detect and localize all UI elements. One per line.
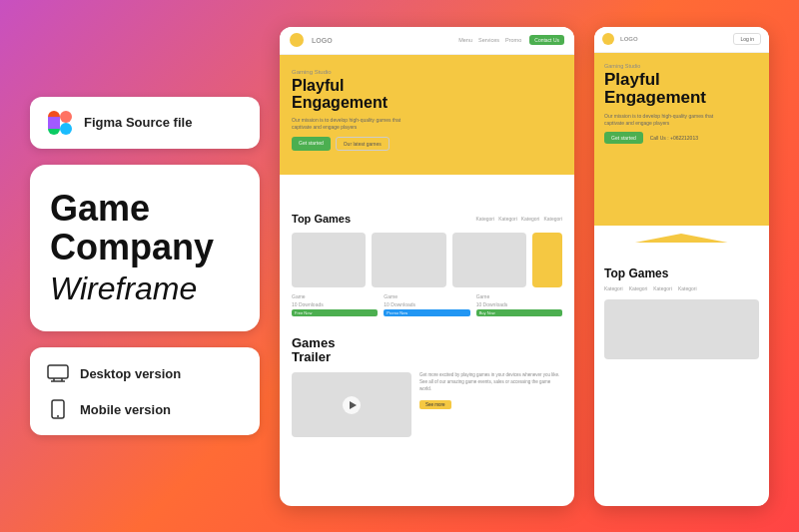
mobile-games-section: Top Games Kategori Kategori Kategori Kat… (594, 243, 769, 367)
title-line3: Wireframe (50, 269, 240, 307)
mobile-kategori-row: Kategori Kategori Kategori Kategori (604, 285, 759, 291)
mobile-primary-btn[interactable]: Get started (604, 132, 643, 144)
nav-logo-text: LOGO (312, 37, 333, 44)
trailer-see-more-btn[interactable]: See more (419, 400, 451, 409)
desktop-nav: LOGO Menu Services Promo Contact Us (280, 27, 574, 55)
hero-desc: Our mission is to develop high-quality g… (292, 117, 411, 131)
trailer-title: Games Trailer (292, 336, 562, 365)
trailer-text: Get more excited by playing games in you… (419, 372, 562, 437)
kat-1[interactable]: Kategori (476, 216, 495, 222)
svg-marker-12 (594, 226, 769, 243)
game-downloads-2: 10 Downloads (384, 301, 469, 307)
figma-badge: Figma Source file (30, 97, 260, 149)
kat-4[interactable]: Kategori (543, 216, 562, 222)
game-info-3: Game 10 Downloads Buy Now (476, 293, 562, 316)
mobile-hero-title: Playful Engagement (604, 71, 759, 108)
hero-studio-label: Gaming Studio (292, 69, 562, 75)
trailer-section: Games Trailer Get more excited by playin… (280, 326, 574, 448)
game-tag-2: Promo Now (384, 309, 469, 316)
mobile-logo-dot (602, 33, 614, 45)
figma-label: Figma Source file (84, 115, 192, 130)
nav-cta[interactable]: Contact Us (529, 35, 564, 45)
game-downloads-3: 10 Downloads (476, 301, 562, 307)
mobile-login-btn[interactable]: Log in (733, 33, 761, 45)
games-section-header: Top Games Kategori Kategori Kategori Kat… (292, 213, 562, 225)
play-button[interactable] (343, 396, 361, 414)
svg-point-3 (60, 123, 72, 135)
svg-point-10 (57, 415, 59, 417)
game-card-tall (532, 233, 562, 287)
mobile-kat-4[interactable]: Kategori (678, 285, 697, 291)
nav-menu: Menu (458, 37, 472, 43)
mobile-nav: LOGO Log in (594, 27, 769, 53)
nav-logo-dot (290, 33, 304, 47)
mobile-version-label: Mobile version (80, 402, 171, 417)
mobile-preview: LOGO Log in Gaming Studio Playful Engage… (594, 27, 769, 506)
trailer-content: Get more excited by playing games in you… (292, 372, 562, 437)
mobile-logo-text: LOGO (620, 36, 638, 42)
game-label-3: Game (476, 293, 562, 299)
nav-promo: Promo (505, 37, 521, 43)
desktop-icon (46, 361, 70, 385)
mobile-chevron (594, 226, 769, 243)
game-card-2 (372, 233, 445, 287)
desktop-version-label: Desktop version (80, 366, 181, 381)
hero-title: Playful Engagement (292, 77, 562, 112)
game-label-2: Game (384, 293, 469, 299)
mobile-kat-3[interactable]: Kategori (653, 285, 672, 291)
hero-buttons: Get started Our latest games (292, 137, 562, 151)
mobile-hero: Gaming Studio Playful Engagement Our mis… (594, 53, 769, 243)
desktop-hero: Gaming Studio Playful Engagement Our mis… (280, 55, 574, 185)
svg-rect-4 (48, 117, 60, 129)
mobile-game-img (604, 299, 759, 359)
trailer-video[interactable] (292, 372, 411, 437)
desktop-version-item: Desktop version (46, 361, 244, 385)
left-panel: Figma Source file Game Company Wireframe (30, 97, 260, 436)
hero-secondary-btn[interactable]: Our latest games (336, 137, 390, 151)
main-container: Figma Source file Game Company Wireframe (0, 0, 799, 532)
mobile-icon (46, 397, 70, 421)
svg-rect-5 (48, 365, 68, 378)
mobile-hero-buttons: Get started Call Us : +062212013 (604, 132, 759, 144)
kat-2[interactable]: Kategori (498, 216, 517, 222)
mobile-version-item: Mobile version (46, 397, 244, 421)
game-card-3 (452, 233, 526, 287)
svg-marker-11 (280, 175, 574, 185)
game-info-2: Game 10 Downloads Promo Now (384, 293, 469, 316)
hero-chevron (280, 175, 574, 185)
mobile-hero-desc: Our mission is to develop high-quality g… (604, 113, 724, 127)
games-title: Top Games (292, 213, 351, 225)
version-card: Desktop version Mobile version (30, 347, 260, 435)
play-triangle-icon (350, 401, 357, 409)
figma-icon (46, 109, 74, 137)
kat-3[interactable]: Kategori (521, 216, 540, 222)
nav-links: Menu Services Promo (458, 37, 521, 43)
game-info-1: Game 10 Downloads Free Now (292, 293, 378, 316)
title-card: Game Company Wireframe (30, 165, 260, 332)
games-info: Game 10 Downloads Free Now Game 10 Downl… (292, 293, 562, 316)
games-grid (292, 233, 562, 287)
mobile-kat-1[interactable]: Kategori (604, 285, 623, 291)
svg-rect-1 (60, 111, 72, 123)
mobile-games-title: Top Games (604, 266, 759, 280)
game-tag-1: Free Now (292, 309, 378, 316)
mobile-studio-label: Gaming Studio (604, 63, 759, 69)
game-tag-3: Buy Now (476, 309, 562, 316)
mobile-secondary-btn[interactable]: Call Us : +062212013 (647, 132, 701, 144)
hero-primary-btn[interactable]: Get started (292, 137, 331, 151)
desktop-preview: LOGO Menu Services Promo Contact Us Gami… (280, 27, 574, 506)
game-card-1 (292, 233, 366, 287)
game-downloads-1: 10 Downloads (292, 301, 378, 307)
game-label-1: Game (292, 293, 378, 299)
nav-services: Services (478, 37, 499, 43)
desktop-games-section: Top Games Kategori Kategori Kategori Kat… (280, 185, 574, 326)
title-line1: Game Company (50, 189, 240, 267)
mobile-kat-2[interactable]: Kategori (629, 285, 648, 291)
trailer-desc: Get more excited by playing games in you… (419, 372, 562, 392)
kategori-links: Kategori Kategori Kategori Kategori (476, 216, 563, 222)
